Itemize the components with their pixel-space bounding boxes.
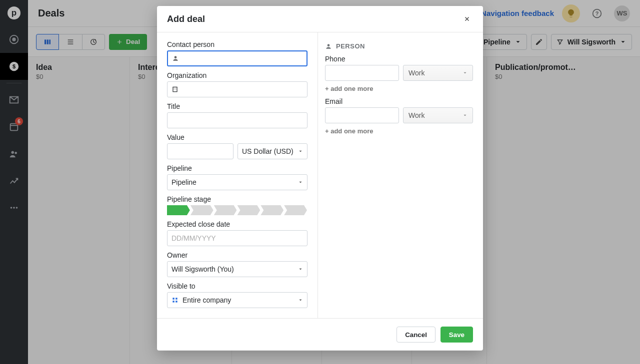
owner-value: Will Sigsworth (You)	[172, 265, 234, 273]
svg-rect-25	[174, 88, 174, 88]
visible-to-label: Visible to	[167, 282, 308, 290]
contact-person-input[interactable]	[167, 50, 308, 66]
expected-close-input[interactable]	[167, 230, 308, 246]
owner-select[interactable]: Will Sigsworth (You)	[167, 261, 308, 277]
currency-select[interactable]: US Dollar (USD)	[238, 143, 308, 159]
stage-segment[interactable]	[190, 205, 214, 215]
modal-overlay: Add deal Contact person Organization	[0, 0, 640, 364]
chevron-down-icon	[298, 298, 303, 303]
chevron-down-icon	[462, 113, 468, 118]
chevron-down-icon	[298, 267, 303, 272]
email-type-value: Work	[408, 111, 424, 119]
add-deal-modal: Add deal Contact person Organization	[157, 6, 483, 351]
company-icon	[172, 297, 178, 304]
contact-person-label: Contact person	[167, 40, 308, 48]
building-icon	[172, 86, 178, 93]
stage-segment[interactable]	[167, 205, 190, 215]
person-section-header: PERSON	[325, 40, 473, 55]
currency-value: US Dollar (USD)	[242, 147, 294, 155]
stage-segment[interactable]	[260, 205, 284, 215]
person-heading-text: PERSON	[336, 42, 365, 50]
pipeline-select-modal[interactable]: Pipeline	[167, 174, 308, 190]
person-icon	[325, 43, 332, 50]
stage-segment[interactable]	[237, 205, 260, 215]
title-label: Title	[167, 102, 308, 110]
email-input[interactable]	[325, 107, 399, 123]
close-icon[interactable]	[461, 13, 473, 25]
pipeline-value: Pipeline	[172, 178, 196, 186]
svg-point-33	[328, 44, 330, 46]
phone-type-select[interactable]: Work	[403, 65, 473, 81]
save-button[interactable]: Save	[440, 327, 473, 343]
cancel-button[interactable]: Cancel	[396, 327, 436, 343]
svg-rect-27	[174, 89, 174, 89]
stage-segment[interactable]	[214, 205, 237, 215]
phone-input[interactable]	[325, 65, 399, 81]
value-label: Value	[167, 133, 308, 141]
pipeline-stage-label: Pipeline stage	[167, 195, 308, 203]
value-input[interactable]	[167, 143, 234, 159]
email-label: Email	[325, 97, 473, 105]
person-icon	[172, 55, 179, 62]
title-input[interactable]	[167, 112, 308, 128]
visible-to-select[interactable]: Entire company	[167, 292, 308, 308]
svg-point-23	[174, 56, 177, 58]
svg-rect-28	[176, 89, 176, 89]
organization-input[interactable]	[167, 81, 308, 97]
phone-label: Phone	[325, 55, 473, 63]
svg-rect-32	[176, 301, 178, 303]
chevron-down-icon	[298, 149, 303, 154]
stage-selector	[167, 205, 308, 215]
modal-title: Add deal	[167, 14, 205, 24]
add-phone-link[interactable]: + add one more	[325, 85, 373, 92]
organization-label: Organization	[167, 71, 308, 79]
svg-rect-29	[172, 298, 174, 300]
chevron-down-icon	[462, 70, 468, 75]
phone-type-value: Work	[408, 69, 424, 77]
add-email-link[interactable]: + add one more	[325, 127, 373, 135]
stage-segment[interactable]	[284, 205, 307, 215]
svg-rect-30	[176, 298, 178, 300]
expected-close-label: Expected close date	[167, 220, 308, 228]
owner-label: Owner	[167, 251, 308, 259]
svg-rect-24	[173, 87, 177, 91]
email-type-select[interactable]: Work	[403, 107, 473, 123]
visible-to-value: Entire company	[182, 296, 231, 304]
svg-rect-26	[176, 88, 176, 88]
pipeline-label: Pipeline	[167, 164, 308, 172]
svg-rect-31	[172, 301, 174, 303]
chevron-down-icon	[298, 180, 303, 185]
